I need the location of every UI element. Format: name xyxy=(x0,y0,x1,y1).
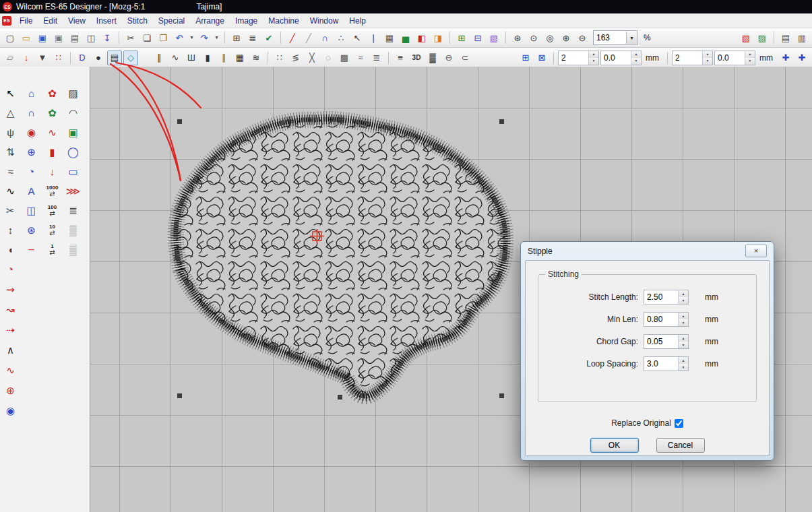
travel-10-stitches[interactable]: 10⇄ xyxy=(44,222,60,238)
stitch-length-input[interactable] xyxy=(644,290,678,304)
spinner-down[interactable]: ▼ xyxy=(589,58,598,65)
spinner-up[interactable]: ▲ xyxy=(679,290,688,297)
grid-reference-icon[interactable]: ⊠ xyxy=(534,51,549,65)
save-all-icon[interactable]: ▣ xyxy=(51,30,66,45)
chord-gap-input[interactable] xyxy=(644,335,678,348)
move-design-icon[interactable]: ✚ xyxy=(778,51,793,65)
dialog-title-bar[interactable]: Stipple × xyxy=(521,242,774,260)
spinner-down[interactable]: ▼ xyxy=(679,364,688,371)
satin-stitch-icon[interactable]: ▮ xyxy=(200,51,215,65)
mirror-pair-tool[interactable]: ◫ xyxy=(24,203,39,218)
print-icon[interactable]: ▤ xyxy=(67,30,82,45)
ripple-fill-icon[interactable]: ◌ xyxy=(321,51,336,65)
stitch-run-red-icon[interactable]: ╱ xyxy=(285,30,300,45)
center-design-icon[interactable]: ✚ xyxy=(794,51,809,65)
new-design-icon[interactable]: ▢ xyxy=(3,30,18,45)
scissors-tool[interactable]: ✂ xyxy=(3,203,18,218)
options-icon[interactable]: ▥ xyxy=(794,30,809,45)
menu-item-arrange[interactable]: Arrange xyxy=(190,15,230,27)
dotted-run-tool[interactable]: ┄ xyxy=(24,242,39,257)
travel-1-stitch[interactable]: 1⇄ xyxy=(44,242,60,257)
circle-tool[interactable]: ◉ xyxy=(24,125,39,140)
angle-run-tool[interactable]: ∧ xyxy=(3,342,18,358)
contour-fill-icon[interactable]: ≶ xyxy=(288,51,303,65)
color-chart-icon[interactable]: ◧ xyxy=(414,30,429,45)
ring-tool[interactable]: ◔ xyxy=(3,261,18,277)
single-run-icon[interactable]: ∥ xyxy=(152,51,166,65)
show-grid-icon[interactable]: ⊞ xyxy=(454,30,469,45)
spinner-up[interactable]: ▲ xyxy=(679,313,688,319)
spinner-up[interactable]: ▲ xyxy=(631,51,641,58)
undo-menu-arrow-icon[interactable]: ▾ xyxy=(188,30,195,45)
tatami-rails-icon[interactable]: ∥ xyxy=(216,51,231,65)
menu-item-window[interactable]: Window xyxy=(305,15,344,27)
ok-button[interactable]: OK xyxy=(590,438,639,453)
column-spacing-input[interactable] xyxy=(673,51,702,65)
spinner-down[interactable]: ▼ xyxy=(679,342,688,348)
export-machine-file-icon[interactable]: ↧ xyxy=(100,30,115,45)
penetrations-icon[interactable]: ↓ xyxy=(19,51,34,65)
undo-icon[interactable]: ↶ xyxy=(172,30,187,45)
e-stitch-icon[interactable]: Ш xyxy=(184,51,199,65)
print-preview-icon[interactable]: ◫ xyxy=(84,30,98,45)
menu-item-file[interactable]: File xyxy=(14,15,38,27)
spinner-up[interactable]: ▲ xyxy=(679,357,688,364)
ellipse-tool[interactable]: ◯ xyxy=(65,144,81,160)
spinner-up[interactable]: ▲ xyxy=(703,51,712,58)
replace-original-checkbox[interactable] xyxy=(675,419,683,428)
stitch-marks-icon[interactable]: ∷ xyxy=(51,51,66,65)
offset-a-input[interactable] xyxy=(601,51,631,65)
pointer-down-icon[interactable]: ▼ xyxy=(35,51,50,65)
start-point-tool[interactable]: ⊕ xyxy=(3,383,18,398)
texture-icon[interactable]: ▓ xyxy=(425,51,440,65)
patch-tool[interactable]: ▒ xyxy=(65,222,81,238)
spinner-down[interactable]: ▼ xyxy=(679,319,688,326)
spinner-down[interactable]: ▼ xyxy=(703,58,712,65)
reshape-tool[interactable]: △ xyxy=(3,105,18,121)
color-film-icon[interactable]: ▧ xyxy=(739,30,753,45)
zigzag-column-tool[interactable]: ∿ xyxy=(44,125,60,140)
select-position-icon[interactable]: ▱ xyxy=(3,51,18,65)
zoom-box-icon[interactable]: ⊙ xyxy=(526,30,541,45)
digitize-closed-tool[interactable]: ⌂ xyxy=(24,86,39,101)
flower-fill-tool[interactable]: ✿ xyxy=(44,86,60,101)
menu-item-machine[interactable]: Machine xyxy=(263,15,304,27)
travel-1000-stitches[interactable]: 1000⇄ xyxy=(44,183,60,199)
lettering-tool[interactable]: A xyxy=(24,183,39,199)
density-chart-icon[interactable]: ▅ xyxy=(398,30,413,45)
spinner-down[interactable]: ▼ xyxy=(679,297,688,304)
insert-design-icon[interactable]: ⊞ xyxy=(229,30,244,45)
stitch-curve-icon[interactable]: ∩ xyxy=(317,30,332,45)
rectangle-tool[interactable]: ▭ xyxy=(65,164,81,179)
stitch-run-c-tool[interactable]: ⇢ xyxy=(3,322,18,338)
stitch-run-b-tool[interactable]: ↝ xyxy=(3,302,18,317)
fan-tool[interactable]: ◖ xyxy=(3,242,18,257)
digitize-open-tool[interactable]: ∩ xyxy=(24,105,39,121)
save-design-icon[interactable]: ▣ xyxy=(35,30,50,45)
spinner-down[interactable]: ▼ xyxy=(631,58,641,65)
dot-fill-icon[interactable]: ● xyxy=(91,51,106,65)
zoom-in-icon[interactable]: ⊕ xyxy=(559,30,573,45)
select-tool[interactable]: ↖ xyxy=(3,86,18,101)
stitch-run-outline-icon[interactable]: ╱ xyxy=(301,30,316,45)
menu-item-stitch[interactable]: Stitch xyxy=(122,15,153,27)
globe-tool[interactable]: ⊛ xyxy=(24,222,39,238)
column-tool[interactable]: ▮ xyxy=(44,144,60,160)
length-chart-icon[interactable]: ◨ xyxy=(431,30,445,45)
menu-item-special[interactable]: Special xyxy=(153,15,190,27)
compass-tool[interactable]: ⊕ xyxy=(24,144,39,160)
menu-item-insert[interactable]: Insert xyxy=(91,15,122,27)
redo-menu-arrow-icon[interactable]: ▾ xyxy=(213,30,220,45)
document-icon[interactable]: ES xyxy=(2,16,11,26)
menu-item-image[interactable]: Image xyxy=(230,15,263,27)
object-list-icon[interactable]: ▨ xyxy=(755,30,770,45)
print-summary-icon[interactable]: ▤ xyxy=(778,30,793,45)
process-check-icon[interactable]: ✔ xyxy=(261,30,276,45)
open-design-icon[interactable]: ▭ xyxy=(19,30,34,45)
stitch-angle-tool[interactable]: ⇅ xyxy=(3,144,18,160)
ladder-tool[interactable]: ≣ xyxy=(65,203,81,218)
motif-fill-icon[interactable]: ∷ xyxy=(272,51,287,65)
measure-tool[interactable]: ↕ xyxy=(3,222,18,238)
portrait-tool[interactable]: ◔ xyxy=(24,164,39,179)
grid-snap-icon[interactable]: ⊞ xyxy=(518,51,533,65)
